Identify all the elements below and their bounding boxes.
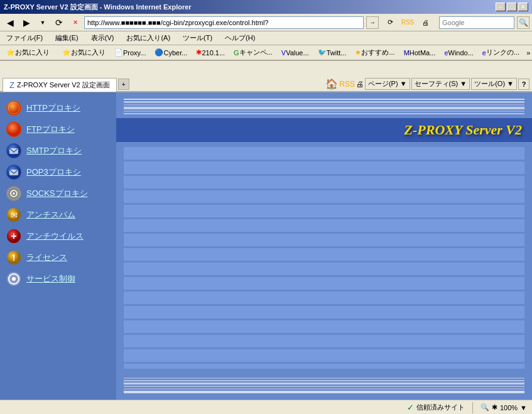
antispam-label: アンチスパム [26, 209, 75, 221]
fav-icon-7: ★ [355, 48, 361, 57]
fav-item-2[interactable]: 🔵 Cyber... [151, 47, 191, 58]
tab-label: Z-PROXY Server V2 設定画面 [17, 80, 110, 90]
address-input[interactable] [84, 16, 364, 29]
menu-file[interactable]: ファイル(F) [3, 33, 46, 43]
sidebar-item-http[interactable]: HTTPプロキシ [0, 97, 116, 119]
search-input[interactable] [439, 16, 514, 29]
help-button[interactable]: ? [518, 79, 529, 90]
menu-help[interactable]: ヘルプ(H) [221, 33, 259, 43]
pop3-icon [6, 165, 21, 180]
go-button[interactable]: → [366, 16, 379, 29]
bottom-stripes [116, 374, 532, 400]
fav-item-3[interactable]: ✱ 210.1... [192, 47, 229, 58]
sidebar-item-ftp[interactable]: FTPプロキシ [0, 119, 116, 140]
content-area: Z-PROXY Server V2 [116, 92, 532, 400]
fav-icon-8: M [404, 49, 410, 57]
title-bar: Z-PROXY Server V2 設定画面 - Windows Interne… [0, 0, 532, 14]
maximize-button[interactable]: □ [507, 3, 517, 11]
ie-toolbar: ◀ ▶ ▼ ⟳ ✕ → ⟳ RSS 🖨 🔍 ファイル(F) 編集(E) 表示(V… [0, 14, 532, 61]
menu-edit[interactable]: 編集(E) [52, 33, 82, 43]
print-icon[interactable]: 🖨 [418, 16, 433, 30]
fav-item-0[interactable]: ⭐ お気に入り [58, 46, 109, 58]
stop-button[interactable]: ✕ [68, 16, 83, 30]
fav-item-7[interactable]: ★ おすすめ... [351, 46, 398, 58]
svg-text:✉: ✉ [11, 210, 18, 220]
fav-item-8[interactable]: M HotMa... [400, 48, 440, 58]
favorites-bar: ⭐ お気に入り ⭐ お気に入り 📄 Proxy... 🔵 Cyber... ✱ … [0, 45, 532, 60]
sidebar-item-smtp[interactable]: SMTPプロキシ [0, 140, 116, 161]
zoom-value: 100% [500, 404, 518, 411]
fav-item-9[interactable]: e Windo... [440, 48, 477, 58]
service-icon [6, 271, 21, 286]
smtp-icon [6, 143, 21, 158]
fav-item-10[interactable]: e リンクの... [479, 46, 523, 58]
rss-icon[interactable]: RSS [400, 16, 415, 30]
menu-tools[interactable]: ツール(T) [179, 33, 216, 43]
main-content-area: HTTPプロキシ FTPプロキシ SMTPプロキシ [0, 92, 532, 400]
print-button[interactable]: 🖨 [356, 80, 364, 89]
tab-favicon: Z [9, 80, 14, 90]
close-button[interactable]: ✕ [518, 3, 528, 11]
tools-menu-button[interactable]: ツール(O) ▼ [471, 78, 517, 90]
ftp-icon [6, 122, 21, 137]
refresh-button[interactable]: ⟳ [52, 16, 67, 30]
new-tab-button[interactable]: + [118, 79, 129, 90]
fav-item-5[interactable]: V Value... [278, 48, 313, 58]
security-check-icon: ✓ [407, 403, 414, 412]
menu-favorites[interactable]: お気に入り(A) [122, 33, 174, 43]
window-title: Z-PROXY Server V2 設定画面 - Windows Interne… [4, 3, 192, 12]
top-stripes [116, 92, 532, 118]
fav-icon-4: G [234, 49, 239, 57]
sidebar-item-pop3[interactable]: POP3プロキシ [0, 161, 116, 183]
nav-bar: ◀ ▶ ▼ ⟳ ✕ → ⟳ RSS 🖨 🔍 [0, 14, 532, 31]
sidebar: HTTPプロキシ FTPプロキシ SMTPプロキシ [0, 92, 116, 400]
active-tab[interactable]: Z Z-PROXY Server V2 設定画面 [3, 78, 117, 92]
back-button[interactable]: ◀ [3, 16, 18, 30]
svg-point-9 [13, 192, 14, 194]
zoom-label: ✱ [492, 403, 497, 411]
sidebar-item-antispam[interactable]: ✉ アンチスパム [0, 204, 116, 226]
tools-menu-label: ツール(O) ▼ [474, 79, 514, 89]
dropdown-button[interactable]: ▼ [35, 16, 50, 30]
fav-item-4[interactable]: G キャンペ... [230, 46, 276, 58]
fav-more-button[interactable]: » [524, 48, 532, 57]
status-separator-1 [472, 402, 473, 413]
antivirus-icon: + [6, 229, 21, 244]
fav-item-6[interactable]: 🐦 Twitt... [314, 47, 350, 58]
minimize-button[interactable]: ─ [496, 3, 506, 11]
address-refresh-icon[interactable]: ⟳ [383, 16, 398, 30]
fav-icon-2: 🔵 [155, 48, 163, 57]
zoom-area[interactable]: 🔍 ✱ 100% ▼ [480, 403, 527, 411]
rss-button[interactable]: RSS [339, 80, 355, 89]
home-button[interactable]: 🏠 [325, 78, 338, 90]
fav-label: お気に入り [15, 48, 50, 57]
sidebar-item-service[interactable]: サービス制御 [0, 268, 116, 290]
fav-icon-0: ⭐ [62, 48, 71, 57]
forward-button[interactable]: ▶ [19, 16, 34, 30]
zoom-icon: 🔍 [480, 403, 489, 411]
fav-star-button[interactable]: ⭐ お気に入り [3, 46, 53, 58]
http-icon [6, 101, 21, 116]
fav-icon-1: 📄 [114, 48, 123, 57]
fav-item-1[interactable]: 📄 Proxy... [111, 47, 149, 58]
service-label: サービス制御 [26, 273, 75, 285]
svg-point-0 [7, 101, 21, 115]
status-bar: ✓ 信頼済みサイト 🔍 ✱ 100% ▼ [0, 400, 532, 414]
search-area: 🔍 [439, 16, 529, 29]
safety-menu-button[interactable]: セーフティ(S) ▼ [411, 78, 470, 90]
page-menu-button[interactable]: ページ(P) ▼ [365, 78, 410, 90]
search-button[interactable]: 🔍 [517, 16, 529, 29]
star-icon: ⭐ [6, 48, 15, 57]
svg-point-2 [7, 123, 21, 136]
zoom-dropdown-icon: ▼ [520, 404, 527, 411]
window-controls[interactable]: ─ □ ✕ [496, 3, 528, 11]
sidebar-item-socks[interactable]: SOCKSプロキシ [0, 183, 116, 204]
safety-menu-label: セーフティ(S) ▼ [415, 79, 467, 89]
ftp-proxy-label: FTPプロキシ [26, 124, 75, 135]
page-menu-label: ページ(P) ▼ [368, 79, 407, 89]
sidebar-item-license[interactable]: ! ライセンス [0, 247, 116, 268]
menu-view[interactable]: 表示(V) [87, 33, 118, 43]
sidebar-item-antivirus[interactable]: + アンチウイルス [0, 226, 116, 247]
menu-bar: ファイル(F) 編集(E) 表示(V) お気に入り(A) ツール(T) ヘルプ(… [0, 31, 532, 45]
smtp-proxy-label: SMTPプロキシ [26, 145, 82, 156]
